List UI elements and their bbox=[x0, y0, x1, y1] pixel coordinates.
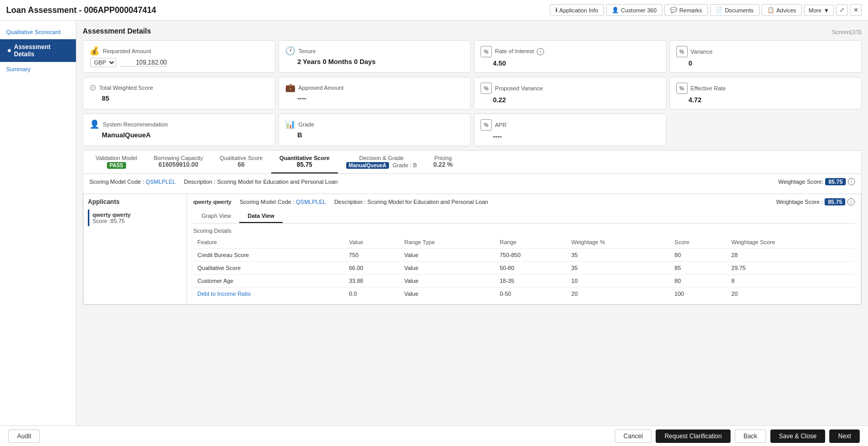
pass-badge: PASS bbox=[107, 162, 126, 169]
audit-button[interactable]: Audit bbox=[8, 429, 40, 443]
info-cards-row2: ⊙ Total Weighted Score 85 💼 Approved Amo… bbox=[83, 77, 862, 109]
close-button[interactable]: ✕ bbox=[850, 4, 862, 16]
scoring-model-label: Scoring Model Code : QSMLPLEL bbox=[89, 179, 176, 185]
cell-3: 20 bbox=[567, 288, 671, 300]
rate-info-icon[interactable]: i bbox=[537, 48, 544, 55]
cell-5: 8 bbox=[727, 275, 855, 288]
requested-amount-card: 💰 Requested Amount GBP bbox=[83, 40, 275, 73]
customer-360-button[interactable]: 👤 Customer 360 bbox=[606, 4, 662, 16]
page-title: Loan Assessment - 006APP000047414 bbox=[6, 6, 156, 15]
detail-weightage-badge: 85.75 bbox=[825, 198, 845, 205]
cell-5: 28 bbox=[727, 249, 855, 262]
cell-1: Value bbox=[400, 275, 495, 288]
currency-select[interactable]: GBP bbox=[90, 58, 116, 67]
tab-validation-model[interactable]: Validation Model PASS bbox=[87, 151, 146, 173]
applicant-score: Score :85.75 bbox=[92, 218, 131, 224]
feature-cell: Qualitative Score bbox=[193, 262, 345, 275]
tab-decision-grade[interactable]: Decision & Grade ManualQueueA Grade : B bbox=[338, 151, 425, 173]
system-recommendation-card: 👤 System Recommendation ManualQueueA bbox=[83, 114, 275, 146]
col-weightage-pct: Weightage % bbox=[567, 236, 671, 249]
scoring-header: Scoring Model Code : QSMLPLEL Descriptio… bbox=[89, 178, 855, 185]
scoring-tabs-section: Validation Model PASS Borrowing Capacity… bbox=[83, 150, 862, 305]
documents-icon: 📄 bbox=[716, 7, 723, 13]
request-clarification-button[interactable]: Request Clarification bbox=[656, 429, 731, 443]
detail-description: Description : Scoring Model for Educatio… bbox=[334, 199, 488, 205]
tab-borrowing-capacity[interactable]: Borrowing Capacity 616059910.00 bbox=[146, 151, 211, 173]
cell-2: 50-80 bbox=[495, 262, 567, 275]
main-layout: Qualitative Scorecard Assessment Details… bbox=[0, 21, 868, 425]
cell-4: 80 bbox=[671, 249, 727, 262]
table-row: Debt to Income Ratio0.0Value0-502010020 bbox=[193, 288, 855, 300]
scoring-table: Feature Value Range Type Range Weightage… bbox=[193, 236, 855, 300]
screen-label: Screen(2/3) bbox=[832, 29, 862, 35]
applicants-panel: Applicants qwerty qwerty Score :85.75 bbox=[84, 194, 187, 304]
remarks-icon: 💬 bbox=[670, 7, 677, 13]
save-close-button[interactable]: Save & Close bbox=[770, 429, 826, 443]
back-button[interactable]: Back bbox=[735, 429, 766, 443]
cancel-button[interactable]: Cancel bbox=[615, 429, 652, 443]
scoring-model-link[interactable]: QSMLPLEL bbox=[146, 179, 176, 185]
sidebar-item-assessment-details[interactable]: Assessment Details bbox=[0, 39, 76, 62]
resize-button[interactable]: ⤢ bbox=[836, 4, 848, 16]
col-range-type: Range Type bbox=[400, 236, 495, 249]
amount-input[interactable] bbox=[120, 59, 167, 67]
advices-icon: 📋 bbox=[767, 7, 774, 13]
cell-3: 35 bbox=[567, 262, 671, 275]
sidebar-link[interactable]: Qualitative Scorecard bbox=[6, 29, 60, 35]
sub-tab-data-view[interactable]: Data View bbox=[239, 210, 283, 223]
customer-icon: 👤 bbox=[612, 7, 619, 13]
applicant-item[interactable]: qwerty qwerty Score :85.75 bbox=[88, 210, 182, 226]
documents-button[interactable]: 📄 Documents bbox=[710, 4, 760, 16]
cell-0: 750 bbox=[345, 249, 400, 262]
detail-scoring-model-label: Scoring Model Code : QSMLPLEL bbox=[240, 199, 326, 205]
cell-4: 100 bbox=[671, 288, 727, 300]
sidebar-item-summary[interactable]: Summary bbox=[0, 62, 76, 76]
col-range: Range bbox=[495, 236, 567, 249]
detail-applicant-label: qwerty qwerty bbox=[193, 199, 231, 205]
tab-quantitative-score[interactable]: Quantitative Score 85.75 bbox=[271, 151, 338, 173]
clock-icon: 🕐 bbox=[285, 46, 296, 56]
info-cards-row3: 👤 System Recommendation ManualQueueA 📊 G… bbox=[83, 114, 862, 146]
cell-1: Value bbox=[400, 262, 495, 275]
cell-2: 750-850 bbox=[495, 249, 567, 262]
detail-weightage-info-icon[interactable]: i bbox=[847, 198, 855, 205]
cell-0: 0.0 bbox=[345, 288, 400, 300]
detail-scoring-model-link[interactable]: QSMLPLEL bbox=[296, 199, 326, 205]
cell-5: 29.75 bbox=[727, 262, 855, 275]
percent-icon-5: % bbox=[481, 119, 492, 131]
scoring-detail-panel: qwerty qwerty Scoring Model Code : QSMLP… bbox=[187, 194, 861, 304]
percent-icon: % bbox=[481, 46, 492, 57]
active-dot bbox=[8, 49, 11, 52]
application-info-button[interactable]: ℹ Application Info bbox=[550, 4, 604, 16]
table-header-row: Feature Value Range Type Range Weightage… bbox=[193, 236, 855, 249]
advices-button[interactable]: 📋 Advices bbox=[762, 4, 802, 16]
applicant-name: qwerty qwerty bbox=[92, 212, 131, 218]
scoring-description: Description : Scoring Model for Educatio… bbox=[184, 179, 338, 185]
info-cards-row1: 💰 Requested Amount GBP 🕐 Tenure 2 Years … bbox=[83, 40, 862, 73]
proposed-variance-card: % Proposed Variance 0.22 bbox=[474, 77, 667, 109]
tab-qualitative-score[interactable]: Qualitative Score 66 bbox=[211, 151, 271, 173]
weightage-badge: 85.75 bbox=[825, 178, 846, 185]
tab-pricing[interactable]: Pricing 0.22 % bbox=[425, 151, 461, 173]
sidebar: Qualitative Scorecard Assessment Details… bbox=[0, 21, 76, 425]
table-row: Customer Age33.88Value18-3510808 bbox=[193, 275, 855, 288]
feature-link[interactable]: Debt to Income Ratio bbox=[197, 291, 251, 297]
scoring-main-area: Applicants qwerty qwerty Score :85.75 qw… bbox=[83, 194, 861, 305]
total-weighted-score-card: ⊙ Total Weighted Score 85 bbox=[83, 77, 275, 109]
cell-3: 10 bbox=[567, 275, 671, 288]
remarks-button[interactable]: 💬 Remarks bbox=[664, 4, 708, 16]
apr-card: % APR ---- bbox=[474, 114, 667, 146]
next-button[interactable]: Next bbox=[829, 429, 860, 443]
scoring-tabs-header: Validation Model PASS Borrowing Capacity… bbox=[83, 151, 861, 174]
sub-tab-graph-view[interactable]: Graph View bbox=[193, 210, 239, 223]
grade-card: 📊 Grade B bbox=[278, 114, 471, 146]
table-row: Credit Bureau Score750Value750-850358028 bbox=[193, 249, 855, 262]
more-button[interactable]: More ▼ bbox=[804, 5, 834, 16]
sidebar-item-qualitative-scorecard[interactable]: Qualitative Scorecard bbox=[0, 25, 76, 39]
rate-of-interest-card: % Rate of Interest i 4.50 bbox=[474, 40, 667, 73]
weightage-info-icon[interactable]: i bbox=[848, 178, 855, 185]
section-title: Assessment Details bbox=[83, 27, 151, 35]
approved-icon: 💼 bbox=[285, 83, 296, 92]
col-weightage-score: Weightage Score bbox=[727, 236, 855, 249]
footer: Audit Cancel Request Clarification Back … bbox=[0, 425, 868, 446]
